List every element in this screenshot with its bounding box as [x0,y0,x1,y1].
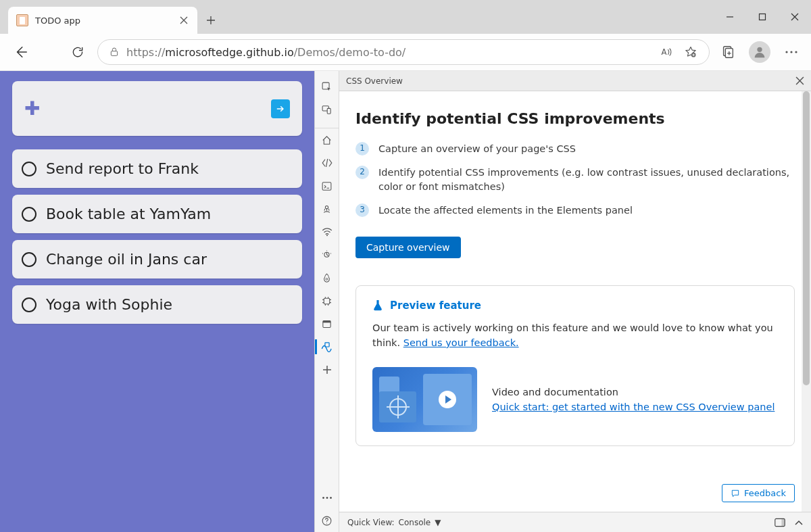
device-emulation-icon[interactable] [315,98,339,121]
performance-tool-icon[interactable] [315,243,339,266]
svg-point-23 [326,497,328,499]
devtools-more-icon[interactable] [315,486,339,509]
svg-rect-0 [760,14,766,20]
profile-avatar[interactable] [749,41,770,63]
devtools-scrollbar[interactable] [802,91,811,512]
css-overview-tool-icon[interactable] [315,335,339,358]
collections-icon[interactable] [720,45,735,59]
devtools-main: CSS Overview Identify potential CSS impr… [339,71,811,532]
inspect-element-icon[interactable] [315,75,339,98]
todo-page: ✚ Send report to Frank Book table at Yam… [0,71,314,532]
todo-favicon-icon [16,14,28,26]
preview-title: Preview feature [390,299,481,312]
step-item: 1Capture an overview of your page's CSS [355,142,795,156]
video-doc-row: Video and documentation Quick start: get… [372,367,778,432]
todo-label: Book table at YamYam [46,205,211,222]
maximize-button[interactable] [746,0,779,34]
todo-item[interactable]: Yoga with Sophie [12,285,302,324]
preview-heading: Preview feature [372,299,778,312]
svg-point-22 [322,497,324,499]
svg-text:A: A [662,47,667,57]
new-tab-button[interactable] [197,7,224,34]
close-panel-icon[interactable] [795,76,804,85]
quick-start-link[interactable]: Quick start: get started with the new CS… [492,402,775,412]
back-button[interactable] [12,43,30,61]
address-toolbar: https://microsoftedge.github.io/Demos/de… [0,34,811,71]
step-number-icon: 2 [355,166,369,179]
quickview-label: Quick View: [347,518,395,527]
read-aloud-icon[interactable]: A [659,45,674,59]
svg-point-7 [785,51,787,53]
welcome-tool-icon[interactable] [315,128,339,151]
panel-heading: Identify potential CSS improvements [355,110,795,127]
application-tool-icon[interactable] [315,289,339,312]
close-tab-icon[interactable] [180,16,188,24]
capture-overview-button[interactable]: Capture overview [355,237,461,258]
svg-point-24 [330,497,332,499]
steps-list: 1Capture an overview of your page's CSS … [355,142,795,218]
panel-title: CSS Overview [346,76,403,86]
step-text: Capture an overview of your page's CSS [378,142,576,156]
svg-rect-18 [324,298,330,304]
chevron-down-icon[interactable]: ▼ [435,518,441,527]
video-thumbnail[interactable] [372,367,477,432]
network-tool-icon[interactable] [315,220,339,243]
todo-item[interactable]: Send report to Frank [12,149,302,188]
minimize-button[interactable] [714,0,746,34]
svg-rect-12 [327,108,330,114]
sources-tool-icon[interactable] [315,197,339,220]
step-item: 2Identify potential CSS improvements (e.… [355,166,795,194]
address-right-icons: A [659,45,698,59]
todo-label: Yoga with Sophie [46,296,172,313]
refresh-button[interactable] [69,43,87,61]
submit-arrow-icon[interactable] [271,99,290,118]
memory-tool-icon[interactable] [315,266,339,289]
address-bar[interactable]: https://microsoftedge.github.io/Demos/de… [97,39,710,65]
step-text: Locate the affected elements in the Elem… [378,203,633,218]
video-section-title: Video and documentation [492,387,778,397]
step-number-icon: 3 [355,203,369,217]
send-feedback-link[interactable]: Send us your feedback. [403,337,519,348]
devtools-help-icon[interactable] [315,509,339,532]
quickview-value[interactable]: Console [399,518,431,527]
favorite-icon[interactable] [683,45,698,59]
devtools-quickview-bar: Quick View: Console ▼ [339,512,811,532]
browser-tab[interactable]: TODO app [8,7,197,34]
radio-icon[interactable] [22,252,36,267]
url-path: /Demos/demo-to-do/ [294,46,406,59]
chevron-up-icon[interactable] [795,520,803,525]
step-text: Identify potential CSS improvements (e.g… [378,166,795,194]
close-window-button[interactable] [779,0,811,34]
window-titlebar: TODO app [0,0,811,34]
security-tool-icon[interactable] [315,312,339,335]
lock-icon [109,47,120,57]
devtools-panel-body: Identify potential CSS improvements 1Cap… [339,91,811,512]
dock-side-icon[interactable] [775,518,785,527]
svg-point-15 [326,235,328,236]
feedback-icon [731,489,740,498]
more-menu-icon[interactable] [784,45,799,59]
todo-item[interactable]: Book table at YamYam [12,195,302,233]
feedback-button[interactable]: Feedback [722,484,795,502]
console-tool-icon[interactable] [315,174,339,197]
elements-tool-icon[interactable] [315,151,339,174]
radio-icon[interactable] [22,207,36,222]
add-todo-card[interactable]: ✚ [12,81,302,136]
preview-body: Our team is actively working on this fea… [372,321,778,351]
url-text: https://microsoftedge.github.io/Demos/de… [126,46,406,59]
radio-icon[interactable] [22,297,36,312]
svg-point-8 [790,51,792,53]
url-proto: https:// [126,46,165,59]
svg-point-14 [325,205,328,208]
step-number-icon: 1 [355,142,369,155]
play-icon [439,391,456,408]
todo-item[interactable]: Change oil in Jans car [12,240,302,279]
svg-rect-1 [111,51,117,56]
more-tools-icon[interactable] [315,358,339,381]
svg-point-17 [326,278,328,280]
radio-icon[interactable] [22,162,36,176]
step-item: 3Locate the affected elements in the Ele… [355,203,795,218]
svg-rect-20 [323,320,330,322]
svg-rect-13 [322,182,331,189]
preview-feature-card: Preview feature Our team is actively wor… [355,285,795,446]
